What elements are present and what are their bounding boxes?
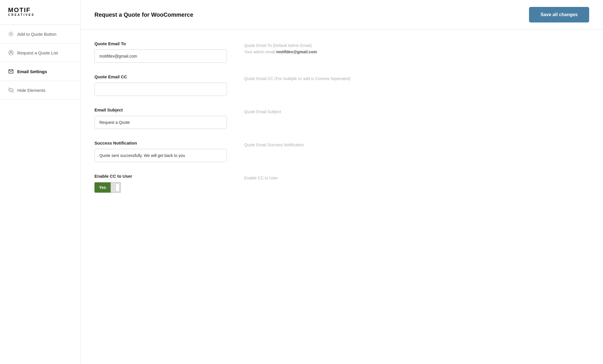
success-notification-input[interactable]: [94, 149, 227, 162]
logo-sub: CREATIVES: [8, 13, 72, 16]
toggle-yes-button[interactable]: Yes: [94, 182, 111, 193]
app-layout: MOTIF CREATIVES: [0, 0, 603, 364]
email-subject-label: Email Subject: [94, 107, 227, 112]
form-content: Quote Email To Quote Email To (Default A…: [81, 30, 603, 364]
svg-line-3: [9, 32, 10, 33]
success-notification-label: Success Notification: [94, 141, 227, 145]
logo: MOTIF CREATIVES: [0, 0, 80, 25]
quote-email-to-input[interactable]: [94, 50, 227, 63]
save-button[interactable]: Save all changes: [529, 7, 589, 22]
sidebar-item-email-settings[interactable]: Email Settings: [0, 62, 80, 81]
svg-point-9: [10, 51, 12, 53]
svg-line-4: [12, 35, 13, 36]
email-subject-field: Email Subject: [94, 107, 227, 129]
email-subject-row: Email Subject Quote Email Subject: [94, 107, 589, 129]
person-circle-icon: [8, 50, 14, 56]
sidebar-item-add-to-quote[interactable]: Add to Quote Button: [0, 25, 80, 43]
sidebar-nav: Add to Quote Button Request a Quote List: [0, 25, 80, 100]
eye-slash-icon: [8, 87, 14, 93]
sidebar-item-label: Hide Elements: [17, 88, 45, 93]
sidebar-item-label: Email Settings: [17, 69, 47, 74]
enable-cc-to-user-field: Enable CC to User Yes: [94, 174, 227, 193]
toggle-switch[interactable]: [111, 182, 121, 193]
svg-line-7: [9, 35, 10, 36]
lightbulb-icon: [8, 31, 14, 37]
quote-email-cc-input[interactable]: [94, 83, 227, 96]
quote-email-cc-hint: Quote Email CC (For multiple cc add in C…: [244, 74, 350, 82]
enable-cc-to-user-hint: Enable CC to User: [244, 174, 278, 181]
success-notification-field: Success Notification: [94, 141, 227, 162]
email-subject-hint: Quote Email Subject: [244, 107, 281, 115]
success-notification-hint: Quote Email Success Notification: [244, 141, 304, 148]
quote-email-cc-field: Quote Email CC: [94, 74, 227, 96]
quote-email-to-row: Quote Email To Quote Email To (Default A…: [94, 41, 589, 63]
page-header: Request a Quote for WooCommerce Save all…: [81, 0, 603, 30]
quote-email-to-label: Quote Email To: [94, 41, 227, 46]
success-notification-row: Success Notification Quote Email Success…: [94, 141, 589, 162]
sidebar-item-request-quote-list[interactable]: Request a Quote List: [0, 43, 80, 62]
page-title: Request a Quote for WooCommerce: [94, 12, 193, 18]
toggle-knob: [115, 183, 120, 192]
quote-email-to-field: Quote Email To: [94, 41, 227, 63]
svg-line-8: [12, 32, 13, 33]
sidebar-item-label: Request a Quote List: [17, 50, 58, 55]
logo-name: MOTIF: [8, 7, 72, 13]
quote-email-to-hint: Quote Email To (Default Admin Email) You…: [244, 41, 317, 55]
envelope-icon: [8, 69, 14, 74]
enable-cc-to-user-row: Enable CC to User Yes Enable CC to User: [94, 174, 589, 193]
email-subject-input[interactable]: [94, 116, 227, 129]
sidebar-item-hide-elements[interactable]: Hide Elements: [0, 81, 80, 100]
svg-point-0: [10, 33, 12, 35]
main-content: Request a Quote for WooCommerce Save all…: [81, 0, 603, 364]
sidebar-item-label: Add to Quote Button: [17, 32, 56, 37]
toggle-container: Yes: [94, 182, 227, 193]
quote-email-cc-label: Quote Email CC: [94, 74, 227, 79]
quote-email-cc-row: Quote Email CC Quote Email CC (For multi…: [94, 74, 589, 96]
sidebar: MOTIF CREATIVES: [0, 0, 81, 364]
enable-cc-to-user-label: Enable CC to User: [94, 174, 227, 179]
